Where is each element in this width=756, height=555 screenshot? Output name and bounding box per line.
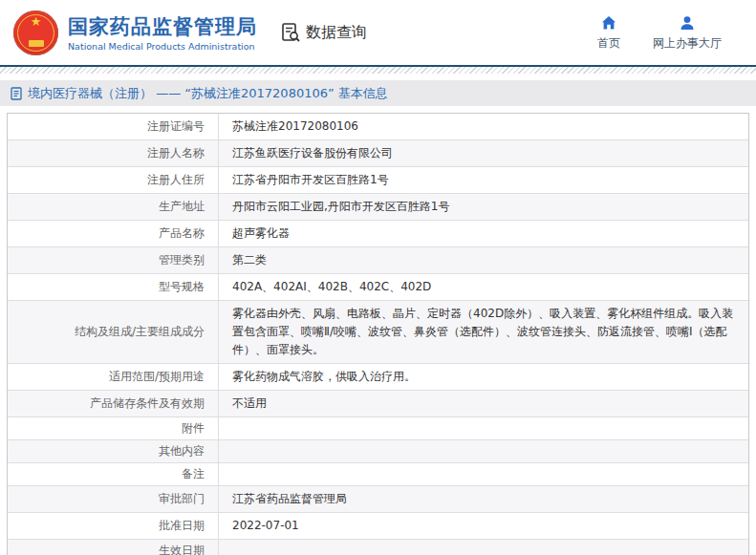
table-row: 审批部门江苏省药品监督管理局 — [8, 486, 748, 513]
emblem-star: ★ — [13, 15, 58, 28]
table-row: 生效日期 — [8, 540, 748, 555]
table-row: 产品储存条件及有效期不适用 — [8, 391, 748, 417]
table-row: 结构及组成/主要组成成分雾化器由外壳、风扇、电路板、晶片、定时器（402D除外）… — [8, 301, 748, 364]
row-value — [218, 440, 748, 462]
top-nav: 首页 网上办事大厅 — [597, 14, 743, 52]
data-query-icon — [280, 22, 301, 43]
table-row: 型号规格402A、402AI、402B、402C、402D — [8, 274, 748, 301]
table-row: 注册证编号苏械注准20172080106 — [8, 114, 748, 140]
table-row: 备注 — [8, 463, 748, 486]
nav-service-hall-label: 网上办事大厅 — [653, 35, 722, 52]
row-value: 不适用 — [218, 391, 748, 416]
row-label: 注册人名称 — [8, 140, 218, 166]
nav-home[interactable]: 首页 — [597, 14, 620, 52]
row-label: 结构及组成/主要组成成分 — [8, 301, 218, 363]
row-label: 适用范围/预期用途 — [8, 364, 218, 390]
data-query-nav[interactable]: 数据查询 — [280, 22, 367, 43]
page-title: 境内医疗器械（注册） —— “苏械注准20172080106” 基本信息 — [28, 85, 388, 102]
row-value: 江苏省丹阳市开发区百胜路1号 — [218, 167, 748, 193]
row-label: 生产地址 — [8, 194, 218, 220]
site-title: 国家药品监督管理局 — [68, 14, 257, 39]
row-label: 产品名称 — [8, 221, 218, 246]
row-label: 生效日期 — [8, 540, 218, 555]
row-value: 苏械注准20172080106 — [218, 114, 748, 139]
emblem-gate — [29, 40, 44, 47]
home-icon — [600, 14, 617, 32]
document-icon — [10, 87, 23, 100]
table-row: 管理类别第二类 — [8, 247, 748, 274]
table-row: 附件 — [8, 417, 748, 440]
row-value: 江苏省药品监督管理局 — [218, 486, 748, 512]
table-row: 其他内容 — [8, 440, 748, 463]
data-query-label: 数据查询 — [306, 23, 367, 43]
row-label: 注册人住所 — [8, 167, 218, 193]
row-value: 超声雾化器 — [218, 221, 748, 246]
nav-home-label: 首页 — [597, 35, 620, 52]
row-label: 注册证编号 — [8, 114, 218, 139]
table-row: 批准日期2022-07-01 — [8, 513, 748, 540]
row-value — [218, 417, 748, 439]
row-value — [218, 540, 748, 555]
row-label: 审批部门 — [8, 486, 218, 512]
row-value: 第二类 — [218, 247, 748, 273]
row-value — [218, 463, 748, 485]
table-row: 生产地址丹阳市云阳工业园,丹阳市开发区百胜路1号 — [8, 194, 748, 221]
table-row: 注册人名称江苏鱼跃医疗设备股份有限公司 — [8, 140, 748, 167]
detail-table: 注册证编号苏械注准20172080106注册人名称江苏鱼跃医疗设备股份有限公司注… — [7, 113, 749, 555]
header-hatch-band — [0, 67, 756, 74]
row-label: 附件 — [8, 417, 218, 439]
row-label: 批准日期 — [8, 513, 218, 539]
row-label: 其他内容 — [8, 440, 218, 462]
row-value: 雾化器由外壳、风扇、电路板、晶片、定时器（402D除外）、吸入装置、雾化杯组件组… — [218, 301, 748, 363]
row-label: 产品储存条件及有效期 — [8, 391, 218, 416]
table-row: 适用范围/预期用途雾化药物成气溶胶，供吸入治疗用。 — [8, 364, 748, 391]
page-title-bar: 境内医疗器械（注册） —— “苏械注准20172080106” 基本信息 — [0, 80, 756, 106]
row-label: 备注 — [8, 463, 218, 485]
site-header: ★ 国家药品监督管理局 National Medical Products Ad… — [0, 0, 756, 65]
row-value: 江苏鱼跃医疗设备股份有限公司 — [218, 140, 748, 166]
row-value: 402A、402AI、402B、402C、402D — [218, 274, 748, 300]
site-subtitle: National Medical Products Administration — [68, 41, 257, 52]
row-value: 丹阳市云阳工业园,丹阳市开发区百胜路1号 — [218, 194, 748, 220]
nmpa-emblem-logo: ★ — [13, 11, 58, 55]
row-value: 雾化药物成气溶胶，供吸入治疗用。 — [218, 364, 748, 390]
table-row: 注册人住所江苏省丹阳市开发区百胜路1号 — [8, 167, 748, 194]
brand[interactable]: ★ 国家药品监督管理局 National Medical Products Ad… — [13, 11, 257, 55]
row-value: 2022-07-01 — [218, 513, 748, 539]
row-label: 型号规格 — [8, 274, 218, 300]
table-row: 产品名称超声雾化器 — [8, 221, 748, 247]
user-icon — [679, 14, 696, 32]
row-label: 管理类别 — [8, 247, 218, 273]
nav-service-hall[interactable]: 网上办事大厅 — [653, 14, 722, 52]
brand-text: 国家药品监督管理局 National Medical Products Admi… — [68, 14, 257, 52]
